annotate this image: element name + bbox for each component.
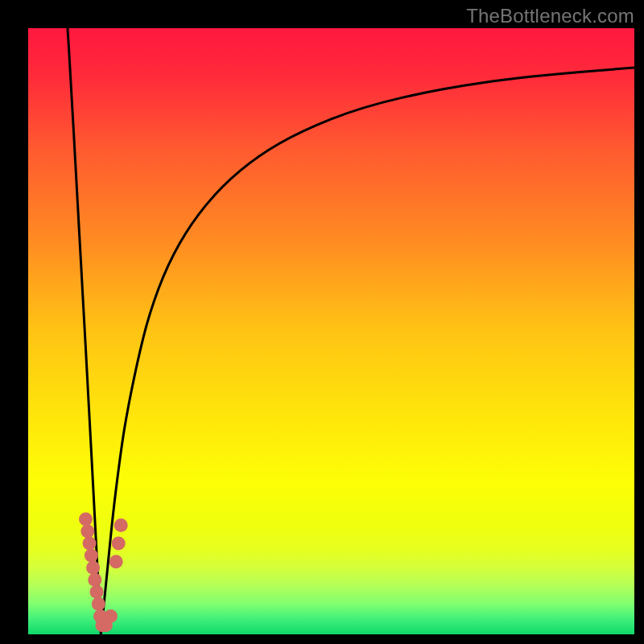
chart-frame: TheBottleneck.com	[0, 0, 644, 644]
marker-dot	[92, 597, 105, 611]
marker-dot	[114, 518, 128, 532]
marker-dot	[109, 555, 123, 568]
chart-svg	[28, 28, 634, 634]
marker-dot	[85, 549, 98, 563]
marker-dot	[90, 585, 104, 599]
marker-dot	[79, 512, 93, 526]
marker-dot	[104, 609, 118, 623]
marker-dot	[112, 537, 126, 551]
marker-dot	[80, 524, 94, 538]
watermark-text: TheBottleneck.com	[466, 5, 634, 27]
plot-area	[28, 28, 634, 634]
marker-dot	[88, 573, 101, 587]
marker-dot	[83, 537, 97, 551]
marker-dot	[86, 561, 100, 575]
